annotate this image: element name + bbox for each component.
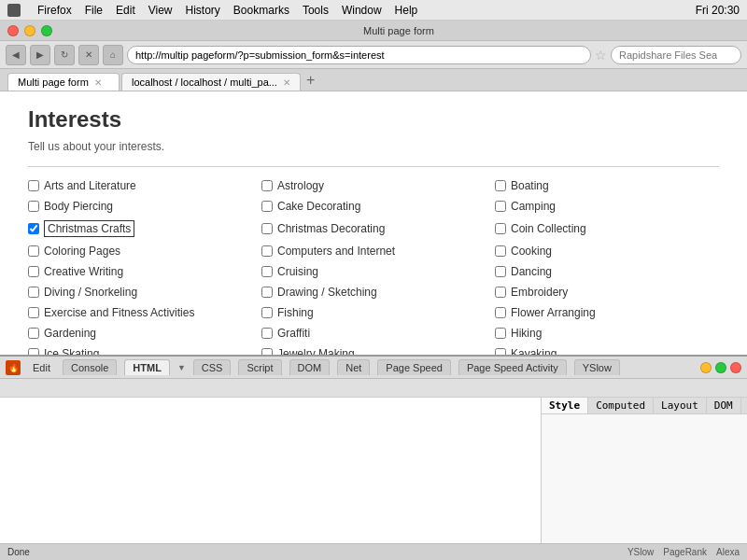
titlebar: Multi page form (0, 21, 747, 41)
menu-bookmarks[interactable]: Bookmarks (233, 4, 289, 17)
firebug-close-button[interactable] (730, 362, 741, 373)
firebug-tab-css[interactable]: CSS (193, 359, 232, 375)
interest-label: Creative Writing (44, 265, 123, 278)
interest-checkbox[interactable] (495, 328, 506, 339)
firebug-tab-console[interactable]: Console (63, 359, 117, 375)
interest-label: Astrology (277, 179, 324, 192)
firefox-logo-icon (7, 4, 21, 17)
firebug-minimize-button[interactable] (700, 362, 712, 373)
menu-firefox[interactable]: Firefox (37, 4, 72, 17)
pagerank-plugin[interactable]: PageRank (663, 547, 707, 557)
interest-checkbox[interactable] (495, 245, 506, 257)
menu-window[interactable]: Window (342, 4, 382, 17)
tab-localhost[interactable]: localhost / localhost / multi_pa... ✕ (121, 73, 301, 91)
interest-checkbox[interactable] (28, 287, 39, 298)
interest-checkbox[interactable] (28, 223, 39, 234)
window-maximize-button[interactable] (41, 25, 52, 36)
alexa-plugin[interactable]: Alexa (716, 547, 740, 557)
interest-checkbox[interactable] (495, 223, 506, 234)
style-tab-computed[interactable]: Computed (588, 398, 654, 413)
style-tab-layout[interactable]: Layout (654, 398, 707, 413)
firebug-tab-dom[interactable]: DOM (289, 359, 331, 375)
stop-button[interactable]: ✕ (78, 45, 99, 65)
firebug-tab-pagespeed[interactable]: Page Speed (377, 359, 451, 375)
interest-label: Cooking (511, 245, 552, 258)
divider (28, 166, 719, 167)
menu-file[interactable]: File (85, 4, 103, 17)
reload-button[interactable]: ↻ (54, 45, 75, 65)
style-tab-style[interactable]: Style (542, 398, 588, 413)
firebug-logo-icon: 🔥 (6, 360, 21, 375)
style-tab-dom[interactable]: DOM (707, 398, 741, 413)
interest-checkbox[interactable] (495, 266, 506, 277)
window-close-button[interactable] (7, 25, 19, 36)
interest-checkbox[interactable] (261, 180, 273, 191)
url-input[interactable] (127, 46, 591, 64)
interest-label: Christmas Crafts (44, 220, 134, 237)
html-panel (0, 398, 542, 560)
firebug-tab-yslow[interactable]: YSlow (574, 359, 620, 375)
firebug-tab-pagespeed-activity[interactable]: Page Speed Activity (458, 359, 567, 375)
menu-view[interactable]: View (148, 4, 173, 17)
interest-checkbox[interactable] (495, 287, 506, 298)
interest-item: Exercise and Fitness Activities (28, 305, 252, 320)
search-input[interactable] (611, 46, 741, 64)
interests-grid: Arts and LiteratureAstrologyBoatingBody … (28, 178, 719, 382)
interest-checkbox[interactable] (28, 266, 39, 277)
firebug-maximize-button[interactable] (715, 362, 726, 373)
new-tab-button[interactable]: + (306, 72, 315, 89)
window-title: Multi page form (58, 25, 740, 36)
interest-checkbox[interactable] (28, 180, 39, 191)
back-button[interactable]: ◀ (6, 45, 26, 65)
system-time: Fri 20:30 (696, 4, 740, 17)
interest-checkbox[interactable] (261, 223, 273, 234)
interest-label: Graffiti (277, 327, 310, 340)
firebug-edit-button[interactable]: Edit (28, 360, 55, 375)
interest-checkbox[interactable] (261, 287, 273, 298)
tab-close-button[interactable]: ✕ (283, 77, 290, 88)
interest-checkbox[interactable] (28, 201, 39, 212)
interest-item: Coloring Pages (28, 244, 252, 259)
firebug-tab-script[interactable]: Script (238, 359, 281, 375)
interest-checkbox[interactable] (495, 180, 506, 191)
firebug-panel: 🔥 Edit Console HTML ▼ CSS Script DOM Net… (0, 355, 747, 560)
interest-checkbox[interactable] (28, 328, 39, 339)
interest-checkbox[interactable] (28, 245, 39, 257)
interest-item: Camping (495, 199, 719, 214)
home-button[interactable]: ⌂ (103, 45, 123, 65)
menu-tools[interactable]: Tools (303, 4, 329, 17)
interest-item: Computers and Internet (261, 244, 486, 259)
interest-checkbox[interactable] (261, 245, 273, 257)
yslow-plugin[interactable]: YSlow (627, 547, 654, 557)
firebug-tab-html-dropdown-icon[interactable]: ▼ (177, 363, 186, 372)
menu-help[interactable]: Help (395, 4, 418, 17)
interest-checkbox[interactable] (28, 307, 39, 318)
interest-item: Cooking (495, 244, 719, 259)
interest-label: Embroidery (511, 286, 568, 299)
tab-label: localhost / localhost / multi_pa... (132, 77, 277, 88)
interest-checkbox[interactable] (261, 266, 273, 277)
interest-label: Arts and Literature (44, 179, 136, 192)
menu-history[interactable]: History (186, 4, 220, 17)
interest-checkbox[interactable] (261, 307, 273, 318)
interest-checkbox[interactable] (261, 328, 273, 339)
forward-button[interactable]: ▶ (30, 45, 50, 65)
menu-edit[interactable]: Edit (116, 4, 135, 17)
firebug-tab-html[interactable]: HTML (124, 359, 170, 375)
bookmark-star-icon[interactable]: ☆ (595, 48, 607, 63)
interest-checkbox[interactable] (495, 307, 506, 318)
interest-checkbox[interactable] (495, 201, 506, 212)
tab-close-button[interactable]: ✕ (94, 77, 102, 88)
interest-checkbox[interactable] (261, 201, 273, 212)
interest-item: Cake Decorating (261, 199, 486, 214)
style-panel-tabs: Style Computed Layout DOM (542, 398, 747, 414)
tab-label: Multi page form (18, 77, 89, 88)
page-heading: Interests (28, 106, 719, 133)
interest-item: Christmas Crafts (28, 219, 252, 238)
firebug-body: Style Computed Layout DOM (0, 398, 747, 560)
window-minimize-button[interactable] (24, 25, 35, 36)
interest-item: Fishing (261, 305, 486, 320)
interest-label: Dancing (511, 265, 552, 278)
firebug-tab-net[interactable]: Net (337, 359, 370, 375)
tab-multi-page-form[interactable]: Multi page form ✕ (7, 73, 120, 91)
